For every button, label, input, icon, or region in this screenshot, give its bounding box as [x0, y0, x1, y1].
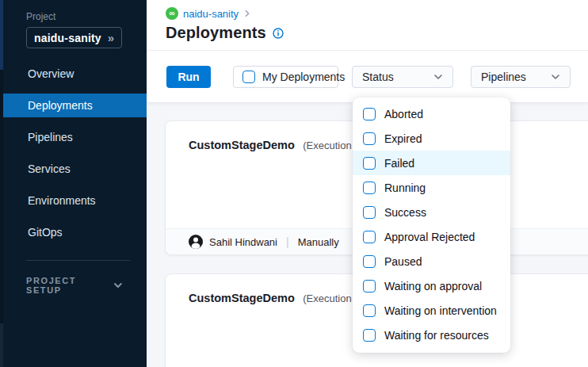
status-option-waiting-on-intervention[interactable]: Waiting on intervention: [353, 298, 510, 323]
checkbox[interactable]: [363, 132, 376, 145]
pipeline-name: CustomStageDemo: [189, 139, 295, 151]
project-picker-value: naidu-sanity: [34, 32, 101, 44]
checkbox[interactable]: [363, 255, 376, 268]
info-icon[interactable]: [273, 28, 284, 39]
avatar-icon: [189, 235, 203, 249]
page-header: ∞ naidu-sanity Deployments: [147, 0, 588, 51]
checkbox[interactable]: [363, 304, 376, 317]
checkbox[interactable]: [363, 206, 376, 219]
my-deployments-filter[interactable]: My Deployments: [233, 66, 338, 88]
status-option-aborted[interactable]: Aborted: [353, 101, 510, 126]
status-filter-dropdown[interactable]: Status: [352, 66, 453, 88]
status-option-approval-rejected[interactable]: Approval Rejected: [353, 224, 510, 249]
sidebar: Project naidu-sanity » Overview Deployme…: [3, 0, 147, 367]
sidebar-item-services[interactable]: Services: [3, 157, 147, 181]
sidebar-item-pipelines[interactable]: Pipelines: [3, 125, 147, 149]
my-deployments-checkbox[interactable]: [242, 71, 255, 83]
chevron-right-icon: [243, 10, 251, 17]
main-area: ∞ naidu-sanity Deployments Run My Deploy…: [147, 0, 588, 367]
pipelines-filter-dropdown[interactable]: Pipelines: [471, 66, 571, 88]
project-picker[interactable]: naidu-sanity »: [26, 27, 122, 48]
cd-module-icon: ∞: [166, 7, 178, 20]
sidebar-nav: Overview Deployments Pipelines Services …: [3, 62, 147, 244]
toolbar: Run My Deployments Status Pipelines: [147, 51, 588, 103]
trigger-type: Manually: [298, 236, 339, 248]
sidebar-item-overview[interactable]: Overview: [3, 62, 147, 86]
app-window: Project naidu-sanity » Overview Deployme…: [0, 0, 588, 367]
project-setup-toggle[interactable]: PROJECT SETUP: [26, 276, 123, 295]
status-option-waiting-for-resources[interactable]: Waiting for resources: [353, 323, 510, 347]
checkbox[interactable]: [363, 182, 376, 194]
checkbox[interactable]: [363, 280, 376, 292]
breadcrumb: ∞ naidu-sanity: [166, 7, 588, 20]
pipeline-name: CustomStageDemo: [189, 292, 295, 304]
checkbox[interactable]: [363, 108, 376, 120]
status-filter-menu: Aborted Expired Failed Running Success A…: [353, 97, 510, 353]
sidebar-item-gitops[interactable]: GitOps: [3, 220, 147, 244]
chevron-down-icon: [433, 72, 443, 82]
status-option-failed[interactable]: Failed: [353, 151, 510, 175]
checkbox[interactable]: [363, 329, 376, 342]
breadcrumb-project-link[interactable]: naidu-sanity: [183, 8, 239, 20]
status-option-expired[interactable]: Expired: [353, 126, 510, 151]
project-expand-icon[interactable]: »: [108, 32, 114, 44]
sidebar-item-deployments[interactable]: Deployments: [3, 94, 147, 117]
sidebar-divider: [26, 260, 130, 261]
status-option-success[interactable]: Success: [353, 200, 510, 224]
checkbox[interactable]: [363, 231, 376, 243]
status-option-waiting-on-approval[interactable]: Waiting on approval: [353, 273, 510, 298]
status-option-running[interactable]: Running: [353, 175, 510, 200]
checkbox[interactable]: [363, 157, 376, 170]
project-setup-label: PROJECT SETUP: [26, 276, 113, 295]
triggered-by: Sahil Hindwani: [209, 236, 277, 248]
status-option-paused[interactable]: Paused: [353, 249, 510, 273]
chevron-down-icon: [113, 281, 123, 290]
run-button[interactable]: Run: [166, 66, 211, 88]
meta-separator: |: [286, 235, 289, 248]
title-row: Deployments: [166, 24, 588, 42]
chevron-down-icon: [551, 72, 560, 82]
sidebar-item-environments[interactable]: Environments: [3, 189, 147, 212]
project-label: Project: [26, 11, 147, 22]
page-title: Deployments: [166, 24, 266, 42]
my-deployments-label: My Deployments: [262, 71, 345, 83]
